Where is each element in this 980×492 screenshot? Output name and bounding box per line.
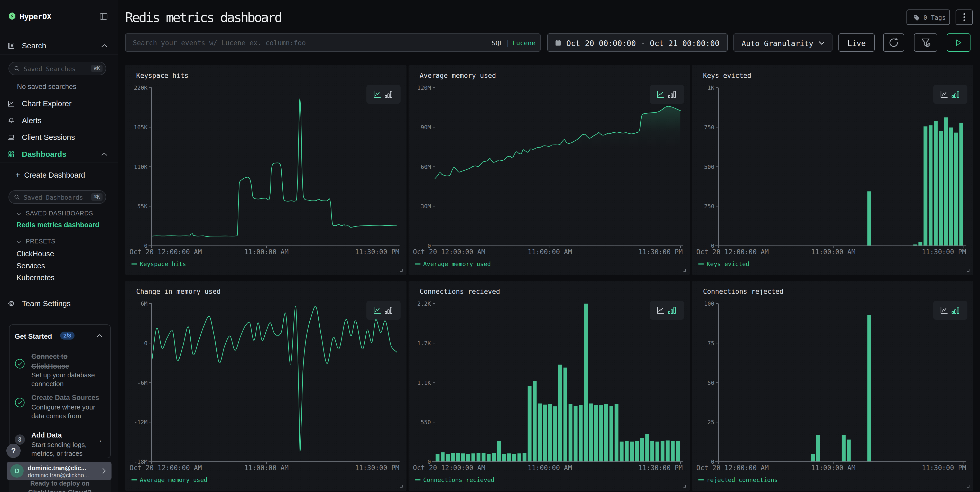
bar	[461, 454, 465, 462]
sidebar-item-chart-explorer[interactable]: Chart Explorer	[0, 96, 118, 111]
x-tick-label: Oct 20 12:00:00 AM	[413, 464, 485, 472]
chevron-up-icon[interactable]	[96, 334, 102, 338]
saved-dashboards-input[interactable]: Saved Dashboards ⌘K	[8, 190, 106, 204]
kbd-shortcut: ⌘K	[91, 65, 102, 72]
sidebar-item-search[interactable]: Search	[0, 38, 118, 53]
legend-swatch	[415, 479, 421, 481]
sidebar-item-kubernetes[interactable]: Kubernetes	[16, 274, 54, 282]
y-tick-label: 1.7K	[417, 340, 431, 347]
resize-handle[interactable]	[682, 268, 686, 272]
bar	[630, 442, 634, 462]
step-desc: metrics, or traces	[31, 449, 83, 458]
sidebar-item-alerts[interactable]: Alerts	[0, 113, 118, 128]
resize-handle[interactable]	[399, 484, 403, 488]
y-tick-label: 6M	[141, 301, 148, 307]
chart-panel-connections-rejected: Connections rejected0255075100Oct 20 12:…	[692, 281, 973, 491]
get-started-card: Get Started 2/3 Connect to ClickHouse Se…	[9, 325, 111, 459]
resize-handle[interactable]	[399, 268, 403, 272]
y-tick-label: 165K	[134, 124, 148, 131]
bar	[451, 453, 455, 462]
refresh-button[interactable]	[883, 33, 904, 52]
bar	[594, 405, 598, 462]
chart-legend[interactable]: rejected connections	[698, 476, 778, 483]
chart-plot-bar: 05501.1K1.7K2.2KOct 20 12:00:00 AM11:00:…	[409, 281, 690, 491]
granularity-select[interactable]: Auto Granularity	[733, 33, 832, 52]
y-tick-label: 500	[704, 164, 714, 170]
bar	[441, 452, 444, 462]
chart-legend[interactable]: Average memory used	[415, 261, 491, 267]
bar	[640, 438, 644, 462]
bar	[502, 454, 506, 462]
saved-searches-input[interactable]: Saved Searches ⌘K	[8, 62, 106, 75]
legend-label: Keyspace hits	[140, 261, 186, 267]
user-name: dominic.tran@clic...	[28, 465, 86, 472]
filter-button[interactable]	[914, 33, 937, 52]
bar	[599, 405, 603, 462]
user-menu[interactable]: D dominic.tran@clic... dominic.tran@clic…	[7, 462, 111, 480]
granularity-value: Auto Granularity	[741, 39, 813, 48]
more-options-button[interactable]	[956, 10, 973, 25]
step-title: ClickHouse	[31, 362, 69, 371]
help-button[interactable]: ?	[6, 444, 21, 458]
chevron-up-icon[interactable]	[101, 153, 107, 156]
banner-text: ClickHouse Cloud?	[9, 489, 111, 492]
main-area: Redis metrics dashboard 0 Tags Search yo…	[119, 0, 980, 492]
sidebar-item-services[interactable]: Services	[16, 262, 45, 270]
presets-header[interactable]: PRESETS	[16, 238, 56, 245]
bar	[934, 121, 938, 246]
chart-panel-connections-recieved: Connections recieved05501.1K1.7K2.2KOct …	[409, 281, 690, 491]
y-tick-label: 250	[704, 203, 714, 210]
chart-plot-line: -18M-12M-6M06MOct 20 12:00:00 AM11:00:00…	[125, 281, 406, 491]
sidebar-item-redis-dashboard[interactable]: Redis metrics dashboard	[16, 221, 99, 229]
resize-handle[interactable]	[966, 268, 970, 272]
sidebar-item-dashboards[interactable]: Dashboards	[0, 147, 118, 161]
live-button[interactable]: Live	[838, 33, 875, 52]
bar	[929, 125, 932, 246]
legend-swatch	[698, 479, 704, 481]
bar	[867, 191, 871, 246]
y-tick-label: 25	[708, 419, 714, 425]
bar	[655, 442, 659, 462]
sidebar-item-label: Chart Explorer	[22, 99, 72, 108]
step-desc: connection	[31, 379, 64, 388]
sidebar-item-label: Alerts	[22, 116, 41, 125]
bar	[867, 315, 871, 462]
sql-language-toggle[interactable]: SQL	[492, 39, 503, 47]
step-desc: Configure where your	[31, 403, 95, 412]
create-dashboard-button[interactable]: +Create Dashboard	[16, 170, 85, 180]
bar	[456, 453, 460, 462]
sidebar-item-client-sessions[interactable]: Client Sessions	[0, 130, 118, 145]
resize-handle[interactable]	[966, 484, 970, 488]
logo-row: HyperDX	[0, 0, 118, 26]
bar	[949, 127, 953, 246]
input-placeholder: Saved Dashboards	[24, 194, 83, 201]
gear-icon	[8, 300, 14, 307]
saved-dashboards-header[interactable]: SAVED DASHBOARDS	[16, 210, 93, 217]
lucene-language-toggle[interactable]: Lucene	[512, 39, 536, 47]
chevron-up-icon[interactable]	[101, 44, 107, 48]
play-button[interactable]	[947, 33, 970, 52]
chart-legend[interactable]: Connections recieved	[415, 476, 494, 483]
bar	[676, 441, 680, 462]
resize-handle[interactable]	[682, 484, 686, 488]
y-tick-label: 90M	[421, 124, 431, 131]
bar	[923, 126, 928, 246]
laptop-icon	[8, 134, 14, 141]
sidebar-item-clickhouse[interactable]: ClickHouse	[16, 250, 54, 258]
bar	[609, 406, 613, 462]
tags-button[interactable]: 0 Tags	[907, 10, 950, 25]
y-tick-label: 60M	[421, 164, 431, 170]
bar	[574, 406, 578, 462]
x-tick-label: Oct 20 12:00:00 AM	[129, 464, 202, 472]
chart-legend[interactable]: Keys evicted	[698, 261, 749, 267]
bar	[466, 454, 470, 462]
event-search-input[interactable]: Search your events w/ Lucene ex. column:…	[125, 33, 541, 52]
legend-swatch	[131, 263, 137, 264]
time-range-picker[interactable]: Oct 20 00:00:00 - Oct 21 00:00:00	[547, 33, 728, 52]
sidebar-item-team-settings[interactable]: Team Settings	[0, 296, 118, 311]
chart-legend[interactable]: Keyspace hits	[131, 261, 186, 267]
chart-legend[interactable]: Average memory used	[131, 476, 207, 483]
sidebar-collapse-icon[interactable]	[100, 13, 107, 20]
x-tick-label: Oct 20 12:00:00 AM	[129, 248, 202, 256]
filter-edit-icon	[920, 37, 932, 49]
